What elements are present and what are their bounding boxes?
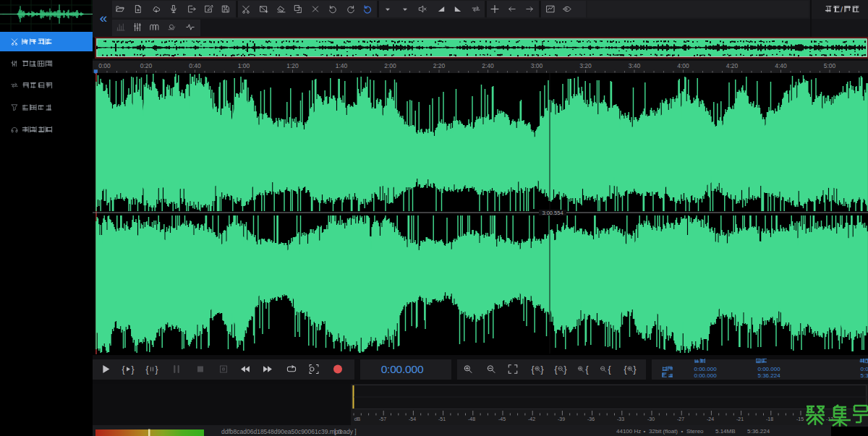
svg-text:1:40: 1:40 xyxy=(336,62,348,69)
svg-text:ddfb8cad06d18548d90ea50c90061c: ddfb8cad06d18548d90ea50c90061c39.mp3 xyxy=(221,428,342,435)
svg-text:-57: -57 xyxy=(379,416,386,422)
svg-text:4:40: 4:40 xyxy=(775,62,787,69)
svg-text:5:36.224: 5:36.224 xyxy=(758,372,781,379)
svg-text:3:00.554: 3:00.554 xyxy=(542,210,563,216)
svg-text:dB: dB xyxy=(354,416,361,422)
svg-text:2:40: 2:40 xyxy=(482,62,494,69)
svg-text:0:20: 0:20 xyxy=(140,62,153,69)
svg-text:2:20: 2:20 xyxy=(433,62,446,69)
svg-text:{: { xyxy=(122,364,124,375)
svg-text:-36: -36 xyxy=(587,416,595,422)
svg-text:32bit (float): 32bit (float) xyxy=(649,428,678,435)
svg-text:0:0: 0:0 xyxy=(861,366,868,372)
svg-text:{: { xyxy=(145,364,148,375)
svg-text:[ ready ]: [ ready ] xyxy=(334,428,357,435)
svg-text:{: { xyxy=(554,364,557,375)
svg-text:-51: -51 xyxy=(438,416,446,422)
svg-text:0:00.000: 0:00.000 xyxy=(694,366,718,372)
svg-text:44100 Hz: 44100 Hz xyxy=(616,428,641,435)
svg-text:-30: -30 xyxy=(647,416,655,422)
svg-text:-27: -27 xyxy=(677,416,684,422)
svg-text:{: { xyxy=(608,364,610,375)
svg-text:}: } xyxy=(563,364,566,375)
svg-text:-54: -54 xyxy=(409,416,416,422)
svg-text:}: } xyxy=(131,364,134,375)
svg-text:0:00: 0:00 xyxy=(98,62,111,69)
svg-text:-15: -15 xyxy=(796,416,804,422)
svg-text:•: • xyxy=(681,428,684,435)
svg-text:«: « xyxy=(100,10,108,25)
svg-text:5:3: 5:3 xyxy=(861,372,868,379)
svg-text:-33: -33 xyxy=(617,416,624,422)
svg-text:2:00: 2:00 xyxy=(384,62,396,69)
svg-text:-39: -39 xyxy=(558,416,565,422)
svg-text:0:00.000: 0:00.000 xyxy=(381,363,424,375)
svg-text:4:20: 4:20 xyxy=(726,62,739,69)
svg-text:}: } xyxy=(540,364,543,375)
svg-text:4:00: 4:00 xyxy=(677,62,689,69)
svg-text:}: } xyxy=(155,364,158,375)
svg-text:{: { xyxy=(585,364,588,375)
svg-text:3:40: 3:40 xyxy=(629,62,641,69)
svg-text:-18: -18 xyxy=(766,416,773,422)
svg-text:•: • xyxy=(644,428,646,435)
svg-text:5:00: 5:00 xyxy=(824,62,836,69)
svg-text:5:36.224: 5:36.224 xyxy=(747,428,770,435)
svg-text:Stereo: Stereo xyxy=(686,428,704,435)
svg-text:1:20: 1:20 xyxy=(286,62,299,69)
svg-text:-45: -45 xyxy=(498,416,506,422)
svg-text:-24: -24 xyxy=(707,416,714,422)
svg-text:0:00.000: 0:00.000 xyxy=(694,372,718,379)
svg-text:-42: -42 xyxy=(528,416,535,422)
svg-text:0:40: 0:40 xyxy=(189,62,201,69)
svg-text:-48: -48 xyxy=(468,416,475,422)
svg-text:{: { xyxy=(624,364,626,375)
svg-text:3:00: 3:00 xyxy=(531,62,543,69)
svg-text:-21: -21 xyxy=(736,416,744,422)
svg-text:3:20: 3:20 xyxy=(579,62,592,69)
svg-text:5.14MB: 5.14MB xyxy=(715,428,736,435)
svg-text:0:00.000: 0:00.000 xyxy=(758,366,781,372)
svg-text:1:00: 1:00 xyxy=(238,62,250,69)
svg-text:{: { xyxy=(531,364,534,375)
svg-text:}: } xyxy=(633,364,636,375)
svg-text:/: / xyxy=(841,5,843,14)
